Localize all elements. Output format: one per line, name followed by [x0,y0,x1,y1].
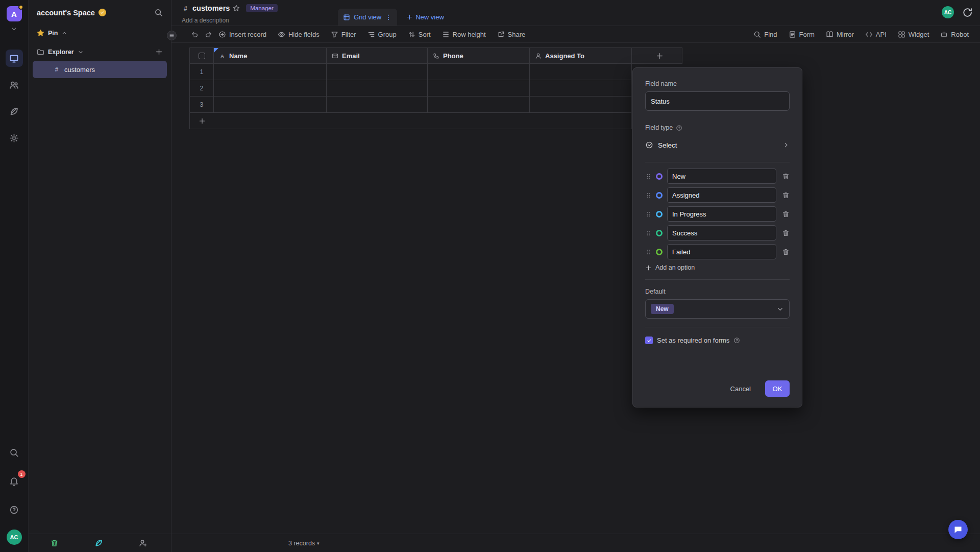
toolbar-hide-fields-button[interactable]: Hide fields [278,31,320,38]
drag-handle-icon[interactable] [645,211,652,218]
cell-r1-c3[interactable] [428,64,530,80]
cell-r2-c2[interactable] [327,80,428,97]
record-count-caret-icon[interactable]: ▾ [317,541,320,546]
toolbar-form-button[interactable]: Form [789,31,815,38]
drag-handle-icon[interactable] [645,173,652,180]
record-count[interactable]: 3 records [288,540,315,547]
delete-option-icon[interactable] [782,210,790,218]
workspace-avatar[interactable]: A [7,6,22,21]
chat-launcher-button[interactable] [948,520,968,539]
ok-button[interactable]: OK [765,380,790,397]
rail-item-templates[interactable] [6,103,23,120]
sidebar-item-label: customers [64,66,95,74]
row-number-cell[interactable]: 1 [189,64,214,80]
option-input-new[interactable] [667,169,776,184]
rail-item-workbench[interactable] [6,50,23,67]
option-input-success[interactable] [667,225,776,241]
delete-option-icon[interactable] [782,173,790,180]
option-color-dot[interactable] [656,173,663,180]
explorer-section-header[interactable]: Explorer [29,48,171,56]
cell-r1-c1[interactable] [214,64,327,80]
invite-member-icon[interactable] [139,539,148,547]
rail-notifications-button[interactable]: 1 [6,472,23,490]
pin-section-header[interactable]: Pin [29,29,171,37]
delete-option-icon[interactable] [782,191,790,199]
cell-r3-c1[interactable] [214,97,327,113]
rail-user-avatar[interactable]: AC [7,530,22,545]
new-view-button[interactable]: New view [406,9,444,26]
add-field-button[interactable] [632,47,682,64]
cell-r2-c4[interactable] [530,80,632,97]
help-icon[interactable] [733,337,740,344]
cell-r2-c1[interactable] [214,80,327,97]
template-center-icon[interactable] [94,539,103,547]
user-avatar[interactable]: AC [942,6,954,18]
row-number-cell[interactable]: 3 [189,97,214,113]
toolbar-sort-button[interactable]: Sort [408,31,431,38]
help-icon[interactable] [676,125,682,131]
column-header-name[interactable]: AName [214,47,327,64]
option-color-dot[interactable] [656,211,663,218]
cancel-button[interactable]: Cancel [730,385,751,393]
cell-r1-c4[interactable] [530,64,632,80]
toolbar-row-height-button[interactable]: Row height [442,31,486,38]
column-header-assigned-to[interactable]: Assigned To [530,47,632,64]
toolbar-robot-button[interactable]: Robot [940,31,969,38]
option-input-assigned[interactable] [667,187,776,203]
delete-option-icon[interactable] [782,248,790,256]
option-input-in-progress[interactable] [667,206,776,222]
toolbar-redo-button[interactable] [205,31,212,38]
select-all-checkbox[interactable] [199,53,205,59]
cell-r1-c2[interactable] [327,64,428,80]
cell-r3-c4[interactable] [530,97,632,113]
cell-r2-c3[interactable] [428,80,530,97]
rail-item-settings[interactable] [6,129,23,147]
default-value-dropdown[interactable]: New [645,299,790,319]
option-color-dot[interactable] [656,249,663,255]
toolbar-find-button[interactable]: Find [753,31,777,38]
pin-chevron-up-icon[interactable] [61,30,67,36]
role-badge: Manager [246,4,277,12]
delete-option-icon[interactable] [782,229,790,237]
sidebar-item-customers[interactable]: #customers [33,61,167,78]
cell-r3-c2[interactable] [327,97,428,113]
explorer-chevron-down-icon[interactable] [78,49,84,55]
toolbar-share-button[interactable]: Share [497,31,526,38]
row-number-cell[interactable]: 2 [189,80,214,97]
sync-icon[interactable] [962,7,973,18]
column-header-email[interactable]: Email [327,47,428,64]
drag-handle-icon[interactable] [645,230,652,236]
toolbar-widget-button[interactable]: Widget [898,31,929,38]
add-option-button[interactable]: Add an option [645,264,790,271]
add-node-icon[interactable] [155,48,163,56]
rail-item-contacts[interactable] [6,76,23,93]
sidebar-toggle-button[interactable] [167,31,177,40]
recycle-bin-icon[interactable] [50,539,59,547]
tab-grid-view[interactable]: Grid view [338,9,397,26]
drag-handle-icon[interactable] [645,192,652,199]
toolbar-undo-button[interactable] [191,31,199,38]
option-color-dot[interactable] [656,230,663,236]
toolbar-insert-record-button[interactable]: Insert record [218,31,266,38]
description-placeholder[interactable]: Add a description [182,17,229,24]
favorite-star-icon[interactable] [233,5,240,12]
toolbar-mirror-button[interactable]: Mirror [826,31,854,38]
option-input-failed[interactable] [667,244,776,259]
field-name-input[interactable] [645,91,790,111]
sidebar-search-icon[interactable] [154,8,163,17]
add-record-row[interactable] [189,113,632,129]
rail-search-button[interactable] [6,444,23,461]
toolbar-api-button[interactable]: API [865,31,887,38]
view-kebab-icon[interactable] [385,14,392,21]
drag-handle-icon[interactable] [645,249,652,255]
field-type-selector[interactable]: Select [645,135,790,155]
rail-help-button[interactable] [6,501,23,518]
column-header-phone[interactable]: Phone [428,47,530,64]
required-checkbox[interactable] [645,337,653,344]
cell-r3-c3[interactable] [428,97,530,113]
toolbar-filter-button[interactable]: Filter [331,31,356,38]
toolbar-group-button[interactable]: Group [368,31,397,38]
workspace-chevron-down-icon[interactable] [11,26,17,32]
option-row-new [645,169,790,184]
option-color-dot[interactable] [656,192,663,199]
